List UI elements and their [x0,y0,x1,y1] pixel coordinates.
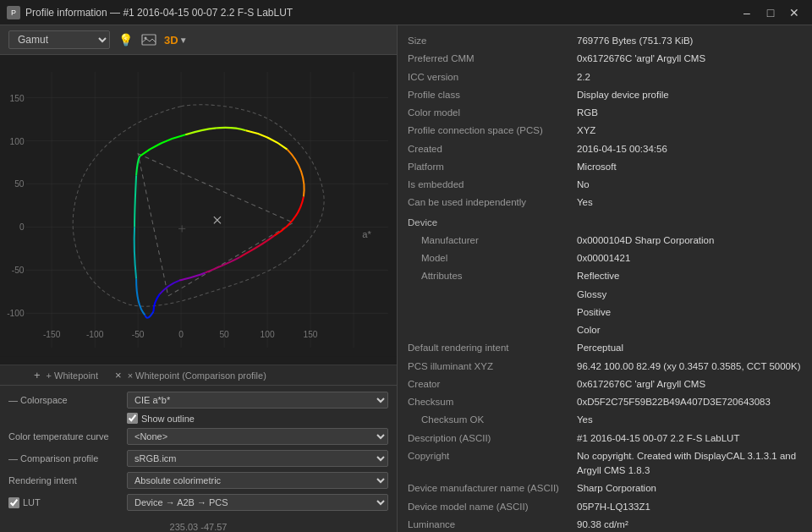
prop-value-cell: 96.42 100.00 82.49 (xy 0.3457 0.3585, CC… [577,358,802,376]
prop-value-cell: 0xD5F2C75F59B22B49A407D3E720643083 [577,393,802,411]
prop-name-cell: ICC version [408,69,577,86]
colorspace-control: CIE a*b* [127,392,388,409]
svg-text:150: 150 [304,330,318,339]
prop-name-cell: Device model name (ASCII) [408,498,577,516]
color-temp-control: <None> [127,428,388,445]
prop-value-cell: Positive [577,304,802,321]
prop-value-cell: Display device profile [577,86,802,104]
lut-checkbox[interactable] [8,497,19,508]
prop-name-cell: Description (ASCII) [408,430,577,447]
table-row: Manufacturer0x0000104D Sharp Corporation [408,232,802,250]
prop-name-cell: PCS illuminant XYZ [408,358,577,376]
table-row: Glossy [408,286,802,304]
svg-rect-2 [0,63,397,357]
prop-value-cell: XYZ [577,122,802,140]
table-row: Creator0x6172676C 'argl' Argyll CMS [408,376,802,393]
prop-name-cell: Device [408,212,577,232]
table-row: PCS illuminant XYZ96.42 100.00 82.49 (xy… [408,358,802,376]
svg-text:-100: -100 [86,330,104,339]
svg-text:100: 100 [10,137,25,146]
comparison-profile-control: sRGB.icm [127,450,388,467]
table-row: Device model name (ASCII)05P7H-LQ133Z1 [408,498,802,516]
lut-control: Device → A2B → PCS [127,494,388,511]
table-row: Checksum0xD5F2C75F59B22B49A407D3E7206430… [408,393,802,411]
app-icon: P [7,6,20,19]
controls-area: — Colorspace CIE a*b* Show outline Co [0,385,397,520]
3d-button[interactable]: 3D ▼ [164,34,188,47]
rendering-intent-label: Rendering intent [8,475,127,485]
lightbulb-icon[interactable]: 💡 [117,31,134,48]
table-row: Model0x00001421 [408,250,802,267]
table-row: Is embeddedNo [408,176,802,194]
show-outline-label[interactable]: Show outline [127,413,195,424]
prop-value-cell: Reflective [577,267,802,285]
prop-name-cell: Attributes [408,267,577,285]
table-row: Profile classDisplay device profile [408,86,802,104]
prop-name-cell: Profile connection space (PCS) [408,122,577,140]
svg-text:-50: -50 [132,330,145,339]
prop-name-cell: Checksum [408,393,577,411]
comparison-profile-dropdown[interactable]: sRGB.icm [127,450,388,467]
table-row: Created2016-04-15 00:34:56 [408,140,802,158]
right-panel: Size769776 Bytes (751.73 KiB)Preferred C… [398,25,812,532]
table-row: CopyrightNo copyright. Created with Disp… [408,447,802,480]
table-row: Checksum OKYes [408,411,802,429]
color-temp-row: Color temperature curve <None> [8,427,388,446]
colorspace-row: — Colorspace CIE a*b* [8,391,388,409]
maximize-button[interactable]: □ [760,4,782,21]
prop-name-cell: Default rendering intent [408,339,577,357]
colorspace-label: — Colorspace [8,395,127,405]
table-row: Device manufacturer name (ASCII)Sharp Co… [408,480,802,497]
table-row: Description (ASCII)#1 2016-04-15 00-07 2… [408,430,802,447]
rendering-intent-dropdown[interactable]: Absolute colorimetric [127,472,388,489]
prop-value-cell: Color [577,321,802,339]
image-icon[interactable] [140,31,157,48]
prop-value-cell: Yes [577,194,802,211]
show-outline-checkbox[interactable] [127,413,138,424]
lut-row: LUT Device → A2B → PCS [8,493,388,512]
prop-value-cell: Yes [577,411,802,429]
color-temp-label: Color temperature curve [8,431,127,442]
table-row: Can be used independentlyYes [408,194,802,211]
prop-value-cell [577,212,802,232]
color-temp-dropdown[interactable]: <None> [127,428,388,445]
lut-dropdown[interactable]: Device → A2B → PCS [127,494,388,511]
table-row: Profile connection space (PCS)XYZ [408,122,802,140]
prop-value-cell: Sharp Corporation [577,480,802,497]
close-button[interactable]: ✕ [783,4,805,21]
window-title: Profile information — #1 2016-04-15 00-0… [25,7,293,19]
prop-value-cell: #1 2016-04-15 00-07 2.2 F-S LabLUT [577,430,802,447]
lut-label: LUT [8,497,127,508]
table-row: AttributesReflective [408,267,802,285]
gamut-dropdown[interactable]: Gamut [8,30,110,49]
prop-value-cell: RGB [577,104,802,122]
toolbar: Gamut 💡 3D ▼ [0,25,397,55]
minimize-button[interactable]: – [736,4,758,21]
prop-value-cell: 90.38 cd/m² [577,516,802,532]
prop-name-cell: Copyright [408,447,577,480]
svg-text:a*: a* [362,229,371,239]
window-controls[interactable]: – □ ✕ [736,4,805,21]
svg-text:150: 150 [10,94,25,103]
prop-name-cell [408,304,577,321]
profile-info-table: Size769776 Bytes (751.73 KiB)Preferred C… [408,32,802,532]
comparison-whitepoint-indicator: × × Whitepoint (Comparison profile) [115,369,266,381]
svg-text:-150: -150 [43,330,61,339]
prop-value-cell: Glossy [577,286,802,304]
table-row: Luminance90.38 cd/m² [408,516,802,532]
prop-name-cell [408,321,577,339]
prop-value-cell: 0x6172676C 'argl' Argyll CMS [577,376,802,393]
prop-value-cell: Microsoft [577,158,802,176]
prop-name-cell: Preferred CMM [408,50,577,68]
prop-name-cell: Size [408,32,577,50]
prop-value-cell: 0x0000104D Sharp Corporation [577,232,802,250]
prop-value-cell: 0x00001421 [577,250,802,267]
colorspace-dropdown[interactable]: CIE a*b* [127,392,388,409]
prop-value-cell: Perceptual [577,339,802,357]
comparison-profile-label: — Comparison profile [8,453,127,463]
whitepoint-indicator: + + Whitepoint [34,369,98,381]
table-row: Preferred CMM0x6172676C 'argl' Argyll CM… [408,50,802,68]
prop-name-cell: Luminance [408,516,577,532]
prop-value-cell: 05P7H-LQ133Z1 [577,498,802,516]
prop-name-cell [408,286,577,304]
